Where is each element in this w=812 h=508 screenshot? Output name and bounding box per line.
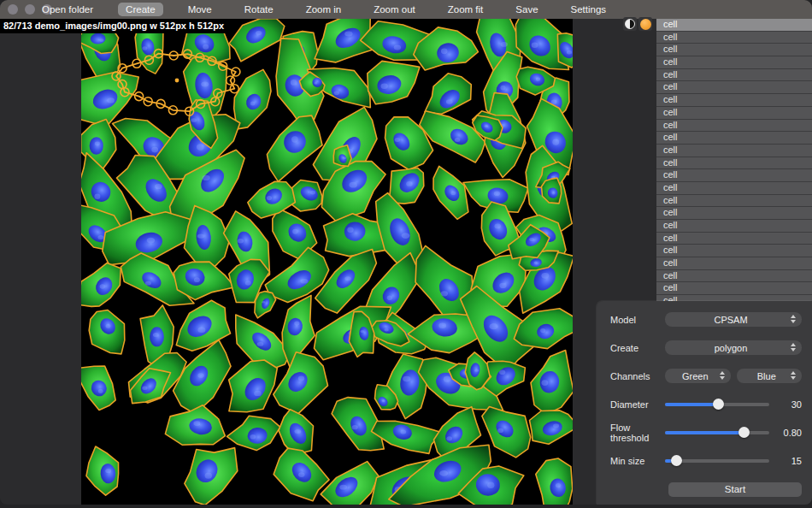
cell-list-item[interactable]: cell [656, 220, 812, 233]
diameter-value: 30 [778, 399, 802, 410]
cell-list-item[interactable]: cell [656, 257, 812, 270]
model-row: Model CPSAM [610, 310, 802, 329]
cell-list-item[interactable]: cell [656, 169, 812, 182]
close-button[interactable] [8, 4, 18, 15]
orange-swatch-icon [640, 19, 651, 30]
toolbar-button-move[interactable]: Move [180, 3, 220, 16]
settings-panel: Model CPSAM Create polygon Channels [597, 301, 812, 505]
toolbar-button-settings[interactable]: Settings [563, 3, 615, 16]
flow-threshold-slider-knob[interactable] [738, 427, 750, 438]
cell-list-item[interactable]: cell [656, 44, 812, 56]
microscopy-image[interactable] [81, 19, 573, 505]
toolbar-button-open-folder[interactable]: Open folder [34, 3, 101, 16]
channel-2-select[interactable]: Blue [737, 369, 803, 383]
model-select[interactable]: CPSAM [665, 312, 802, 327]
mask-controls [623, 17, 652, 31]
cell-list-item[interactable]: cell [656, 195, 812, 208]
channels-row: Channels Green Blue [610, 366, 802, 386]
min-size-value: 15 [778, 456, 802, 466]
chevron-updown-icon [791, 343, 796, 351]
min-size-slider-knob[interactable] [671, 455, 682, 466]
toolbar-button-save[interactable]: Save [508, 3, 545, 16]
cell-list-item[interactable]: cell [656, 233, 812, 245]
flow-threshold-row: Flow threshold0.80 [610, 422, 802, 442]
cell-list-item[interactable]: cell [656, 120, 812, 133]
toolbar-button-zoom-fit[interactable]: Zoom fit [440, 3, 491, 16]
channel-1-select[interactable]: Green [665, 369, 731, 383]
start-row: Start [610, 482, 802, 497]
status-overlay: 82/713 demo_images/img00.png w 512px h 5… [0, 19, 229, 33]
toolbar-button-zoom-out[interactable]: Zoom out [366, 3, 423, 16]
chevron-updown-icon [791, 315, 796, 323]
create-mode-select[interactable]: polygon [665, 340, 802, 355]
chevron-updown-icon [720, 371, 725, 380]
channels-label: Channels [610, 371, 665, 381]
cell-list-item[interactable]: cell [656, 145, 812, 157]
cell-list-item[interactable]: cell [656, 19, 812, 32]
outline-color-button[interactable] [638, 17, 652, 31]
min-size-row: Min size15 [610, 451, 802, 470]
channel-2-value: Blue [757, 371, 781, 381]
cell-list-item[interactable]: cell [656, 207, 812, 220]
flow-threshold-slider[interactable] [665, 427, 769, 438]
diameter-row: Diameter30 [610, 394, 802, 414]
cell-list-item[interactable]: cell [656, 245, 812, 257]
create-mode-value: polygon [715, 343, 753, 353]
channel-1-value: Green [682, 371, 714, 381]
diameter-slider-fill [665, 403, 718, 406]
min-size-label: Min size [610, 456, 665, 466]
cell-list-item[interactable]: cell [656, 182, 812, 195]
cell-list-item[interactable]: cell [656, 94, 812, 107]
mask-opacity-toggle[interactable] [623, 17, 637, 31]
chevron-updown-icon [791, 371, 796, 380]
cell-list-item[interactable]: cell [656, 81, 812, 94]
contrast-icon [625, 19, 635, 29]
cell-list-item[interactable]: cell [656, 270, 812, 283]
start-button[interactable]: Start [668, 482, 802, 497]
toolbar-button-rotate[interactable]: Rotate [237, 3, 281, 16]
flow-threshold-slider-fill [665, 431, 744, 434]
flow-threshold-label: Flow threshold [610, 422, 665, 443]
flow-threshold-value: 0.80 [778, 428, 802, 438]
cell-list-item[interactable]: cell [656, 107, 812, 120]
image-canvas[interactable] [81, 19, 573, 505]
cell-list-item[interactable]: cell [656, 132, 812, 145]
min-size-slider[interactable] [665, 455, 769, 466]
cell-list-item[interactable]: cell [656, 32, 812, 44]
app-window: Open folderCreateMoveRotateZoom inZoom o… [0, 0, 812, 505]
diameter-slider[interactable] [665, 399, 769, 410]
cell-list-item[interactable]: cell [656, 56, 812, 69]
diameter-label: Diameter [610, 399, 665, 410]
toolbar-button-zoom-in[interactable]: Zoom in [298, 3, 350, 16]
diameter-slider-knob[interactable] [713, 399, 724, 410]
model-value: CPSAM [714, 315, 752, 325]
create-row: Create polygon [610, 338, 802, 357]
create-label: Create [610, 343, 665, 353]
toolbar: Open folderCreateMoveRotateZoom inZoom o… [34, 0, 614, 19]
toolbar-button-create[interactable]: Create [118, 3, 163, 16]
model-label: Model [610, 315, 665, 325]
cell-list-item[interactable]: cell [656, 282, 812, 295]
cell-list-item[interactable]: cell [656, 69, 812, 82]
cell-list-item[interactable]: cell [656, 157, 812, 170]
titlebar: Open folderCreateMoveRotateZoom inZoom o… [0, 0, 812, 19]
